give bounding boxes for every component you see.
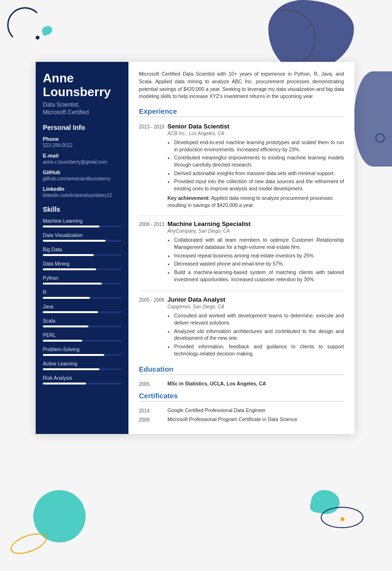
- education-section-title: Education: [139, 365, 344, 375]
- skill-bar-bg: [43, 254, 121, 256]
- exp-details: Machine Learning Specialist AnyCompany, …: [167, 220, 344, 284]
- phone-value: 523-299-0012: [43, 143, 121, 148]
- github-label: GitHub: [43, 169, 121, 175]
- exp-bullets: Developed end-to-end machine learning pr…: [167, 139, 344, 192]
- certificates-list: 2014 Google Certified Professional Data …: [139, 407, 344, 423]
- education-entry: 2005 MSc in Statistics, UCLA, Los Angele…: [139, 381, 344, 387]
- email-value: anne.c.lounsberry@gmail.com: [43, 159, 121, 165]
- exp-bullets: Collaborated with all team members to op…: [167, 236, 344, 283]
- exp-date: 2005 - 2008: [139, 296, 167, 358]
- bullet-item: Derived actionable insights from massive…: [174, 170, 344, 177]
- skill-bar-bg: [43, 311, 121, 313]
- skill-item: Machine Learning: [43, 218, 121, 227]
- main-content: Microsoft Certified Data Scientist with …: [128, 62, 354, 434]
- bullet-item: Developed end-to-end machine learning pr…: [174, 139, 344, 153]
- exp-details: Junior Data Analyst Capgemini, San Diego…: [167, 296, 344, 358]
- education-list: 2005 MSc in Statistics, UCLA, Los Angele…: [139, 381, 344, 387]
- bullet-item: Decreased wasted phone and email time by…: [174, 260, 344, 267]
- bullet-item: Consulted and worked with development te…: [174, 312, 344, 326]
- skill-name: Active Learning: [43, 361, 121, 366]
- exp-job-title: Machine Learning Specialist: [167, 220, 344, 227]
- skill-name: Data Visualization: [43, 232, 121, 238]
- exp-bullets: Consulted and worked with development te…: [167, 312, 344, 357]
- skill-name: R: [43, 289, 121, 295]
- bullet-item: Contributed meaningful improvements to e…: [174, 154, 344, 168]
- phone-label: Phone: [43, 136, 121, 142]
- deco-blue-dot: [36, 36, 39, 39]
- skill-name: Scala: [43, 318, 121, 324]
- skill-bar-bg: [43, 268, 121, 270]
- skill-name: Big Data: [43, 246, 121, 252]
- skill-item: Data Mining: [43, 261, 121, 270]
- skill-name: Problem-Solving: [43, 346, 121, 352]
- skill-item: R: [43, 289, 121, 299]
- skill-bar-fill: [43, 368, 99, 370]
- skill-item: Problem-Solving: [43, 346, 121, 356]
- skill-item: Big Data: [43, 246, 121, 256]
- cert-entry: 2014 Google Certified Professional Data …: [139, 407, 344, 413]
- skill-name: Python: [43, 275, 121, 281]
- skill-item: Python: [43, 275, 121, 285]
- bullet-item: Provided input into the collection of ne…: [174, 178, 344, 192]
- name-section: Anne Lounsberry Data Scientist,Microsoft…: [43, 71, 121, 116]
- exp-date: 2008 - 2013: [139, 220, 167, 284]
- resume-container: Anne Lounsberry Data Scientist,Microsoft…: [36, 62, 354, 434]
- linkedin-value: linkedin.com/in/annelounsbery12: [43, 193, 121, 198]
- cert-year: 2008: [139, 416, 167, 423]
- github-value: github.com/annecarollounsberry: [43, 176, 121, 181]
- cert-year: 2014: [139, 407, 167, 413]
- experience-entry: 2008 - 2013 Machine Learning Specialist …: [139, 220, 344, 284]
- skill-bar-bg: [43, 368, 121, 370]
- skill-bar-fill: [43, 283, 102, 285]
- experience-section-title: Experience: [139, 107, 344, 117]
- skill-name: Machine Learning: [43, 218, 121, 224]
- exp-job-title: Junior Data Analyst: [167, 296, 344, 303]
- cert-name: Google Certified Professional Data Engin…: [167, 407, 344, 413]
- linkedin-label: LinkedIn: [43, 186, 121, 192]
- divider: [139, 291, 344, 291]
- exp-date: 2013 - 2019: [139, 123, 167, 208]
- bullet-item: Collaborated with all team members to op…: [174, 236, 344, 250]
- summary-text: Microsoft Certified Data Scientist with …: [139, 70, 344, 100]
- skill-bar-bg: [43, 297, 121, 299]
- skill-bar-bg: [43, 383, 121, 384]
- exp-company: ACB Inc., Los Angeles, CA: [167, 131, 344, 136]
- github-item: GitHub github.com/annecarollounsberry: [43, 169, 121, 181]
- exp-details: Senior Data Scientist ACB Inc., Los Ange…: [167, 123, 344, 208]
- skill-bar-bg: [43, 226, 121, 227]
- bullet-item: Provided information, feedback and guida…: [174, 343, 344, 357]
- bullet-item: Build a machine-learning-based system of…: [174, 269, 344, 283]
- divider: [139, 215, 344, 216]
- skill-bar-fill: [43, 226, 99, 227]
- skill-bar-bg: [43, 240, 121, 242]
- skills-header: Skills: [43, 206, 121, 213]
- skill-bar-fill: [43, 254, 94, 256]
- skill-item: Java: [43, 304, 121, 313]
- skill-bar-fill: [43, 268, 96, 270]
- skill-bar-fill: [43, 297, 90, 299]
- skill-item: Data Visualization: [43, 232, 121, 242]
- skill-bar-fill: [43, 325, 88, 327]
- linkedin-item: LinkedIn linkedin.com/in/annelounsbery12: [43, 186, 121, 198]
- job-title: Data Scientist,Microsoft Certified: [43, 101, 121, 116]
- exp-company: AnyCompany, San Diego, CA: [167, 228, 344, 234]
- skill-bar-fill: [43, 311, 98, 313]
- edu-degree: MSc in Statistics, UCLA, Los Angeles, CA: [167, 381, 344, 387]
- deco-navy-blob-top: [268, 0, 354, 71]
- skill-bar-fill: [43, 383, 86, 384]
- edu-year: 2005: [139, 381, 167, 387]
- deco-orange-dot: [341, 517, 344, 521]
- skills-section: Skills Machine Learning Data Visualizati…: [43, 206, 121, 384]
- experience-entry: 2005 - 2008 Junior Data Analyst Capgemin…: [139, 296, 344, 358]
- skill-name: Java: [43, 304, 121, 309]
- skill-bar-bg: [43, 340, 121, 342]
- skill-name: Risk Analysis: [43, 375, 121, 381]
- skill-item: Scala: [43, 318, 121, 327]
- skill-bar-fill: [43, 354, 104, 356]
- candidate-name: Anne Lounsberry: [43, 71, 121, 98]
- skill-bar-bg: [43, 325, 121, 327]
- exp-job-title: Senior Data Scientist: [167, 123, 344, 130]
- skill-bar-bg: [43, 354, 121, 356]
- skill-name: PERL: [43, 332, 121, 338]
- personal-info-header: Personal Info: [43, 124, 121, 131]
